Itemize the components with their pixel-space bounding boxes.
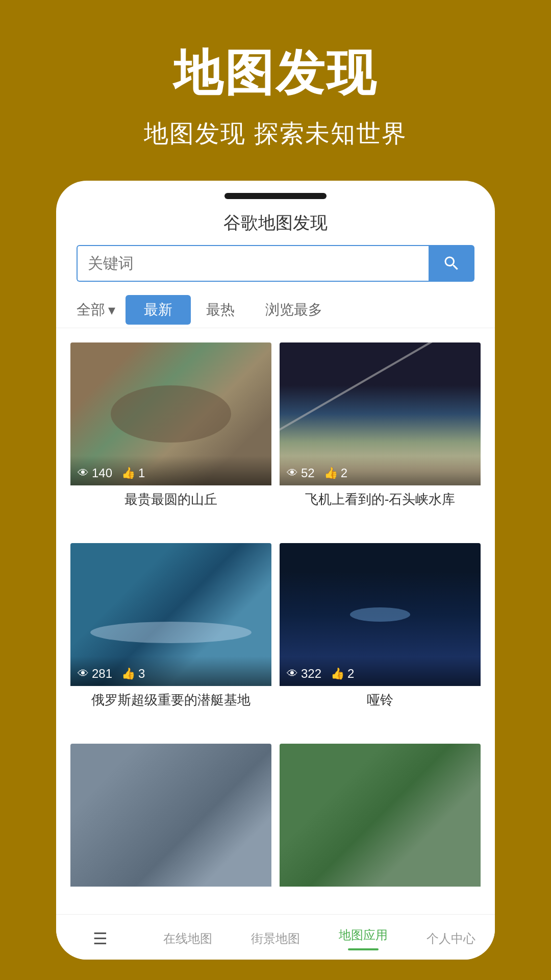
views-stat: 👁 52 — [287, 466, 315, 480]
item-stats: 👁 140 👍 1 — [70, 456, 271, 485]
item-image-dam: 👁 52 👍 2 — [280, 342, 481, 485]
like-icon: 👍 — [121, 467, 135, 480]
search-icon — [442, 254, 461, 273]
view-count: 281 — [92, 667, 112, 681]
search-input[interactable] — [77, 245, 429, 282]
app-subtitle: 地图发现 探索未知世界 — [144, 117, 407, 150]
bottom-nav: ☰ 在线地图 街景地图 地图应用 个人中心 — [56, 914, 495, 960]
item-stats: 👁 281 👍 3 — [70, 656, 271, 686]
app-title: 地图发现 — [173, 41, 378, 107]
views-stat: 👁 140 — [78, 466, 112, 480]
nav-online-map-label: 在线地图 — [163, 930, 212, 947]
nav-item-profile[interactable]: 个人中心 — [407, 926, 495, 951]
like-count: 2 — [341, 466, 347, 480]
list-item[interactable] — [280, 744, 481, 910]
tab-all-label: 全部 — [77, 300, 105, 320]
like-count: 1 — [138, 466, 145, 480]
tab-hottest-label: 最热 — [206, 302, 235, 317]
item-image-dumbbell: 👁 322 👍 2 — [280, 543, 481, 686]
content-grid: 👁 140 👍 1 最贵最圆的山丘 👁 52 — [56, 328, 495, 914]
eye-icon: 👁 — [78, 667, 89, 680]
like-icon: 👍 — [121, 667, 135, 680]
list-item[interactable]: 👁 52 👍 2 飞机上看到的-石头峡水库 — [280, 342, 481, 535]
item-image-mountains: 👁 140 👍 1 — [70, 342, 271, 485]
eye-icon: 👁 — [287, 667, 298, 680]
nav-item-map-app[interactable]: 地图应用 — [319, 923, 407, 954]
view-count: 52 — [301, 466, 315, 480]
nav-item-street-view[interactable]: 街景地图 — [232, 926, 319, 951]
eye-icon: 👁 — [78, 467, 89, 480]
like-count: 3 — [138, 667, 145, 681]
views-stat: 👁 322 — [287, 667, 321, 681]
view-count: 322 — [301, 667, 321, 681]
tab-hottest[interactable]: 最热 — [191, 292, 250, 328]
phone-notch — [224, 193, 327, 199]
tab-all[interactable]: 全部 ▾ — [77, 292, 126, 328]
item-title: 最贵最圆的山丘 — [70, 485, 271, 511]
view-count: 140 — [92, 466, 112, 480]
item-title: 哑铃 — [280, 686, 481, 712]
tab-latest-label: 最新 — [144, 302, 172, 317]
item-image-track — [280, 744, 481, 887]
header-section: 地图发现 地图发现 探索未知世界 — [0, 0, 551, 181]
item-image-submarine: 👁 281 👍 3 — [70, 543, 271, 686]
list-item[interactable]: 👁 140 👍 1 最贵最圆的山丘 — [70, 342, 271, 535]
item-stats: 👁 52 👍 2 — [280, 456, 481, 485]
views-stat: 👁 281 — [78, 667, 112, 681]
likes-stat: 👍 2 — [331, 667, 354, 681]
search-bar — [77, 245, 474, 282]
like-icon: 👍 — [331, 667, 344, 680]
nav-map-app-label: 地图应用 — [339, 927, 388, 943]
chevron-down-icon: ▾ — [108, 302, 115, 318]
nav-item-menu[interactable]: ☰ — [56, 925, 144, 952]
tab-most-viewed[interactable]: 浏览最多 — [250, 292, 338, 328]
list-item[interactable]: 👁 281 👍 3 俄罗斯超级重要的潜艇基地 — [70, 543, 271, 736]
phone-container: 谷歌地图发现 全部 ▾ 最新 最热 浏览最多 — [56, 181, 495, 960]
menu-icon: ☰ — [93, 929, 108, 948]
item-image-buildings — [70, 744, 271, 887]
nav-profile-label: 个人中心 — [427, 930, 475, 947]
nav-item-online-map[interactable]: 在线地图 — [144, 926, 232, 951]
list-item[interactable] — [70, 744, 271, 910]
tab-most-viewed-label: 浏览最多 — [265, 302, 322, 317]
item-title: 俄罗斯超级重要的潜艇基地 — [70, 686, 271, 712]
eye-icon: 👁 — [287, 467, 298, 480]
tab-latest[interactable]: 最新 — [126, 295, 191, 325]
likes-stat: 👍 1 — [121, 466, 145, 480]
likes-stat: 👍 3 — [121, 667, 145, 681]
item-stats: 👁 322 👍 2 — [280, 656, 481, 686]
item-title: 飞机上看到的-石头峡水库 — [280, 485, 481, 511]
nav-active-indicator — [348, 948, 379, 950]
list-item[interactable]: 👁 322 👍 2 哑铃 — [280, 543, 481, 736]
phone-header: 谷歌地图发现 — [56, 199, 495, 245]
nav-street-view-label: 街景地图 — [251, 930, 300, 947]
search-button[interactable] — [429, 245, 474, 282]
filter-tabs: 全部 ▾ 最新 最热 浏览最多 — [56, 292, 495, 328]
like-count: 2 — [347, 667, 354, 681]
like-icon: 👍 — [324, 467, 338, 480]
likes-stat: 👍 2 — [324, 466, 347, 480]
